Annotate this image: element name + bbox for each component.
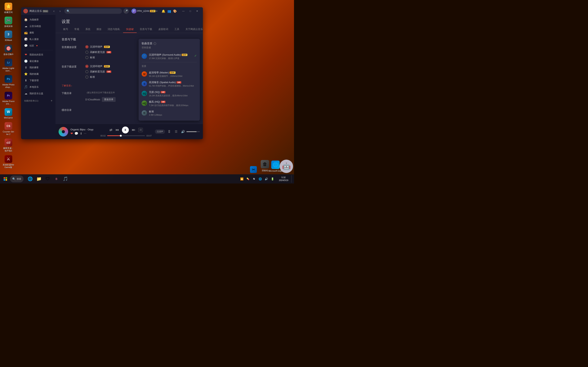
taskbar-app-edge[interactable]: 🌐 bbox=[26, 175, 34, 183]
quality-option-master[interactable]: M 超清母带 (Master) SVIP 99.1M 还原音频细节，192kHz… bbox=[142, 69, 197, 79]
search-bar[interactable]: 🔍 bbox=[64, 8, 122, 14]
spatial-quality-icon: S bbox=[142, 81, 147, 86]
notification-button[interactable]: 🔔 bbox=[161, 8, 166, 14]
tab-general[interactable]: 常规 bbox=[71, 26, 82, 33]
sidebar-item-podcast[interactable]: 🎙 我的播客 bbox=[21, 64, 55, 71]
sidebar-item-recommend[interactable]: 🏠 为我推荐 bbox=[21, 17, 55, 23]
skin-button[interactable]: 🎨 bbox=[172, 8, 178, 14]
podcast-icon: 🎙 bbox=[24, 66, 27, 69]
assistant-icon[interactable]: 🤖 bbox=[280, 160, 293, 173]
desktop-icon-lol[interactable]: ⚔ 英雄联盟WeGame版 bbox=[1, 154, 15, 170]
tray-chevron-icon[interactable]: 🔼 bbox=[239, 176, 244, 182]
mic-button[interactable]: 🎤 bbox=[123, 8, 129, 14]
current-time: 00:02 bbox=[100, 134, 106, 137]
snip-desktop-icon[interactable]: ✂ bbox=[250, 166, 257, 173]
tab-shortcut[interactable]: 快捷键 bbox=[123, 26, 137, 33]
download-track-button[interactable]: ⬇ bbox=[80, 132, 82, 135]
desktop-icon-counter[interactable]: CS Counter-Strike 2 bbox=[1, 121, 15, 137]
nav-back-button[interactable]: ‹ bbox=[51, 8, 57, 14]
desktop-icon-premiere[interactable]: Pr Adobe Premiere... bbox=[1, 91, 15, 106]
quality-option-hq[interactable]: HQ 极高 (HQ) VIP 7.2M 近CD品质的细节体验，最高320kbps bbox=[142, 99, 197, 108]
taskbar-app-windows[interactable]: 🛡 bbox=[43, 175, 52, 183]
master-quality-info: 超清母带 (Master) SVIP 99.1M 还原音频细节，192kHz/2… bbox=[149, 71, 197, 78]
taskbar-app-explorer[interactable]: 📁 bbox=[35, 175, 43, 183]
tab-playback[interactable]: 播放 bbox=[93, 26, 104, 33]
tab-desktop-lyrics[interactable]: 桌面歌词 bbox=[155, 26, 171, 33]
add-playlist-button[interactable]: + bbox=[51, 99, 52, 102]
tray-pill-icon[interactable]: 💊 bbox=[245, 176, 251, 182]
quality-option-lossless[interactable]: SQ 无损 (SQ) VIP 18.2M 高保真无损音质，最高48kHz/16b… bbox=[142, 89, 197, 99]
desktop-icon-lightroom[interactable]: Lr Adobe Lightroom... bbox=[1, 58, 15, 73]
desktop-icon-3dmark[interactable]: 3 3DMark bbox=[1, 29, 15, 43]
lyrics-button[interactable]: 词 bbox=[138, 128, 143, 132]
maximize-button[interactable]: □ bbox=[187, 8, 194, 14]
tray-n-icon[interactable]: N bbox=[251, 176, 257, 182]
quality-option-standard[interactable]: 标 标准 2.9M 128kbps bbox=[142, 108, 197, 117]
sidebar-item-recent[interactable]: 🕐 最近播放 bbox=[21, 58, 55, 64]
next-button[interactable]: ⏭ bbox=[132, 128, 135, 132]
progress-bar[interactable] bbox=[107, 135, 145, 136]
quality-option-surround[interactable]: 🎵 沉浸环绕声 (Surround Audio) SVIP 17.8M 沉浸式体… bbox=[142, 52, 197, 61]
recent-icon: 🕐 bbox=[24, 59, 27, 63]
sidebar-item-radio[interactable]: 📻 播客 bbox=[21, 29, 55, 36]
equalizer-button[interactable]: 🎛 bbox=[166, 129, 172, 134]
tab-quality[interactable]: 音质与下载 bbox=[137, 26, 155, 33]
tab-about[interactable]: 关于网易云音乐 bbox=[182, 26, 203, 33]
youxijiajia-icon: 🎮 bbox=[5, 17, 12, 24]
desktop-icon-callofduty[interactable]: 🎯 使命召唤® bbox=[1, 44, 15, 57]
quality-option-spatial[interactable]: S 高清臻音 (Spatial Audio) VIP 61.7M 环绕声体验，声… bbox=[142, 79, 197, 89]
play-pause-button[interactable]: ⏸ bbox=[122, 126, 129, 133]
svg-rect-3 bbox=[6, 179, 7, 181]
tab-system[interactable]: 系统 bbox=[82, 26, 93, 33]
desktop: ⭐ 收藏空间 🎮 游戏加加 3 3DMark 🎯 使命召唤® Lr Adobe … bbox=[0, 0, 294, 184]
prev-button[interactable]: ⏮ bbox=[115, 128, 119, 132]
recycle-desktop-icon[interactable]: 🗑 回收站 bbox=[261, 160, 269, 172]
sidebar-item-cloud[interactable]: ☁ 云音乐精选 bbox=[21, 23, 55, 29]
shuffle-button[interactable]: ⇄ bbox=[110, 128, 112, 132]
tab-tools[interactable]: 工具 bbox=[171, 26, 182, 33]
tray-network-icon[interactable]: 🌐 bbox=[258, 176, 263, 182]
user-info[interactable]: P PPH_LEAN SVIP ▾ bbox=[130, 8, 158, 14]
recommend-icon: 🏠 bbox=[24, 18, 27, 21]
tray-battery-icon[interactable]: 🔋 bbox=[270, 176, 275, 182]
desktop-icon-youxijiajia[interactable]: 🎮 游戏加加 bbox=[1, 16, 15, 29]
show-desktop-button[interactable] bbox=[291, 175, 293, 183]
sidebar-item-download[interactable]: ⬇ 下载管理 bbox=[21, 77, 55, 84]
playlist-button[interactable]: ☰ bbox=[173, 129, 179, 134]
forza-icon: 🏎 bbox=[5, 139, 12, 146]
volume-bar[interactable] bbox=[186, 131, 200, 132]
tab-privacy[interactable]: 消息与隐私 bbox=[104, 26, 123, 33]
like-button[interactable]: ❤ bbox=[70, 132, 73, 135]
comment-button[interactable]: 💬 bbox=[74, 132, 78, 135]
taskbar-search[interactable]: 🔍 搜索 bbox=[10, 175, 24, 182]
desktop-icon-wegame[interactable]: W WeGame bbox=[1, 107, 15, 120]
minimize-button[interactable]: — bbox=[180, 8, 187, 14]
taskbar-clock[interactable]: 5:32 2024/3/19 bbox=[277, 176, 290, 182]
taskbar-app-netease[interactable]: 🎵 bbox=[61, 175, 69, 183]
taskbar-app-bilibili[interactable]: B bbox=[52, 175, 61, 183]
more-button[interactable]: ··· bbox=[84, 132, 86, 135]
volume-icon[interactable]: 🔊 bbox=[180, 129, 186, 134]
tray-volume-icon[interactable]: 🔊 bbox=[264, 176, 269, 182]
close-button[interactable]: ✕ bbox=[194, 8, 201, 14]
tab-account[interactable]: 账号 bbox=[60, 26, 71, 33]
sidebar-item-clouddisk[interactable]: ☁ 我的音乐云盘 bbox=[21, 90, 55, 97]
immersive-button[interactable]: 沉浸声 bbox=[155, 129, 165, 134]
desktop-icon-photoshop[interactable]: Ps Adobe Photoshop... bbox=[1, 74, 15, 90]
info-icon[interactable]: i bbox=[154, 42, 156, 45]
settings-title: 设置 bbox=[55, 15, 203, 26]
change-dir-button[interactable]: 更改目录 bbox=[102, 97, 116, 102]
desktop-icon-forza[interactable]: 🏎 极限竞速：地平线5 bbox=[1, 137, 15, 153]
sidebar-item-manga[interactable]: 🎲 私人漫游 bbox=[21, 36, 55, 42]
start-button[interactable] bbox=[1, 175, 9, 183]
lossless-quality-info: 无损 (SQ) VIP 18.2M 高保真无损音质，最高48kHz/16bit bbox=[149, 90, 197, 97]
friends-button[interactable]: 👥 bbox=[166, 8, 172, 14]
desktop-icon-favorites[interactable]: ⭐ 收藏空间 bbox=[1, 1, 15, 15]
album-art[interactable] bbox=[59, 127, 68, 136]
nav-forward-button[interactable]: › bbox=[57, 8, 63, 14]
sidebar-item-favorite[interactable]: ❤ 我喜欢的音乐 bbox=[21, 51, 55, 58]
sidebar-item-local[interactable]: 🎵 本地音乐 bbox=[21, 84, 55, 90]
sidebar-item-community[interactable]: 💬 社区 bbox=[21, 42, 55, 49]
radio-standard-download-circle bbox=[85, 75, 88, 79]
sidebar-item-collection[interactable]: ⭐ 我的收藏 bbox=[21, 71, 55, 77]
